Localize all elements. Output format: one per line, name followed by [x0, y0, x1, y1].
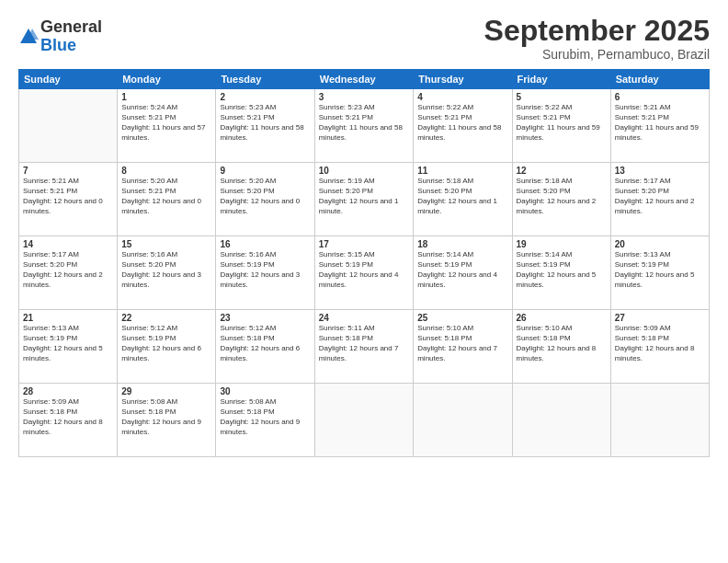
- day-info: Sunrise: 5:08 AMSunset: 5:18 PMDaylight:…: [220, 397, 310, 437]
- calendar-week-row: 21Sunrise: 5:13 AMSunset: 5:19 PMDayligh…: [19, 310, 710, 384]
- day-number: 3: [319, 92, 410, 102]
- table-row: [314, 384, 414, 457]
- page: General Blue September 2025 Surubim, Per…: [0, 0, 728, 563]
- calendar-week-row: 28Sunrise: 5:09 AMSunset: 5:18 PMDayligh…: [19, 384, 710, 457]
- day-number: 20: [615, 239, 705, 249]
- day-number: 10: [319, 166, 410, 176]
- day-number: 12: [517, 166, 607, 176]
- table-row: [19, 89, 118, 163]
- day-number: 24: [319, 313, 410, 323]
- day-info: Sunrise: 5:10 AMSunset: 5:18 PMDaylight:…: [417, 324, 507, 363]
- header: General Blue September 2025 Surubim, Per…: [18, 15, 710, 62]
- day-info: Sunrise: 5:21 AMSunset: 5:21 PMDaylight:…: [23, 177, 113, 216]
- table-row: 3Sunrise: 5:23 AMSunset: 5:21 PMDaylight…: [314, 89, 414, 163]
- day-number: 1: [121, 92, 211, 102]
- col-monday: Monday: [118, 70, 216, 89]
- logo: General Blue: [18, 18, 102, 55]
- day-number: 2: [220, 92, 310, 102]
- table-row: 10Sunrise: 5:19 AMSunset: 5:20 PMDayligh…: [314, 163, 414, 236]
- calendar-header-row: Sunday Monday Tuesday Wednesday Thursday…: [19, 70, 710, 89]
- table-row: 16Sunrise: 5:16 AMSunset: 5:19 PMDayligh…: [216, 236, 314, 310]
- logo-general-text: General: [40, 17, 102, 36]
- table-row: 1Sunrise: 5:24 AMSunset: 5:21 PMDaylight…: [118, 89, 216, 163]
- table-row: 24Sunrise: 5:11 AMSunset: 5:18 PMDayligh…: [314, 310, 414, 384]
- table-row: 14Sunrise: 5:17 AMSunset: 5:20 PMDayligh…: [19, 236, 118, 310]
- table-row: 7Sunrise: 5:21 AMSunset: 5:21 PMDaylight…: [19, 163, 118, 236]
- table-row: 25Sunrise: 5:10 AMSunset: 5:18 PMDayligh…: [414, 310, 512, 384]
- day-number: 17: [319, 239, 410, 249]
- table-row: 30Sunrise: 5:08 AMSunset: 5:18 PMDayligh…: [216, 384, 314, 457]
- day-info: Sunrise: 5:09 AMSunset: 5:18 PMDaylight:…: [615, 324, 705, 363]
- day-number: 13: [615, 166, 705, 176]
- table-row: 28Sunrise: 5:09 AMSunset: 5:18 PMDayligh…: [19, 384, 118, 457]
- day-number: 30: [220, 386, 310, 396]
- calendar-week-row: 7Sunrise: 5:21 AMSunset: 5:21 PMDaylight…: [19, 163, 710, 236]
- day-number: 11: [417, 166, 507, 176]
- month-title: September 2025: [484, 15, 710, 47]
- day-info: Sunrise: 5:17 AMSunset: 5:20 PMDaylight:…: [615, 177, 705, 216]
- day-info: Sunrise: 5:08 AMSunset: 5:18 PMDaylight:…: [121, 397, 211, 437]
- location: Surubim, Pernambuco, Brazil: [484, 47, 710, 62]
- day-info: Sunrise: 5:13 AMSunset: 5:19 PMDaylight:…: [615, 250, 705, 290]
- day-number: 14: [23, 239, 113, 249]
- day-info: Sunrise: 5:16 AMSunset: 5:19 PMDaylight:…: [220, 250, 310, 290]
- table-row: 19Sunrise: 5:14 AMSunset: 5:19 PMDayligh…: [512, 236, 610, 310]
- day-info: Sunrise: 5:17 AMSunset: 5:20 PMDaylight:…: [23, 250, 113, 290]
- table-row: 6Sunrise: 5:21 AMSunset: 5:21 PMDaylight…: [610, 89, 709, 163]
- day-number: 28: [23, 386, 113, 396]
- day-number: 7: [23, 166, 113, 176]
- day-info: Sunrise: 5:18 AMSunset: 5:20 PMDaylight:…: [517, 177, 607, 216]
- table-row: 21Sunrise: 5:13 AMSunset: 5:19 PMDayligh…: [19, 310, 118, 384]
- day-info: Sunrise: 5:10 AMSunset: 5:18 PMDaylight:…: [517, 324, 607, 363]
- day-number: 29: [121, 386, 211, 396]
- day-info: Sunrise: 5:22 AMSunset: 5:21 PMDaylight:…: [517, 103, 607, 143]
- day-info: Sunrise: 5:21 AMSunset: 5:21 PMDaylight:…: [615, 103, 705, 143]
- table-row: 5Sunrise: 5:22 AMSunset: 5:21 PMDaylight…: [512, 89, 610, 163]
- day-number: 15: [121, 239, 211, 249]
- table-row: 11Sunrise: 5:18 AMSunset: 5:20 PMDayligh…: [414, 163, 512, 236]
- calendar-week-row: 1Sunrise: 5:24 AMSunset: 5:21 PMDaylight…: [19, 89, 710, 163]
- logo-icon: [18, 27, 39, 47]
- table-row: 13Sunrise: 5:17 AMSunset: 5:20 PMDayligh…: [610, 163, 709, 236]
- table-row: [512, 384, 610, 457]
- day-number: 4: [417, 92, 507, 102]
- day-info: Sunrise: 5:24 AMSunset: 5:21 PMDaylight:…: [121, 103, 211, 143]
- day-number: 6: [615, 92, 705, 102]
- table-row: 17Sunrise: 5:15 AMSunset: 5:19 PMDayligh…: [314, 236, 414, 310]
- day-number: 27: [615, 313, 705, 323]
- day-info: Sunrise: 5:16 AMSunset: 5:20 PMDaylight:…: [121, 250, 211, 290]
- logo-blue-text: Blue: [40, 36, 76, 54]
- day-number: 21: [23, 313, 113, 323]
- day-info: Sunrise: 5:12 AMSunset: 5:19 PMDaylight:…: [121, 324, 211, 363]
- day-number: 25: [417, 313, 507, 323]
- table-row: 26Sunrise: 5:10 AMSunset: 5:18 PMDayligh…: [512, 310, 610, 384]
- table-row: 22Sunrise: 5:12 AMSunset: 5:19 PMDayligh…: [118, 310, 216, 384]
- calendar-week-row: 14Sunrise: 5:17 AMSunset: 5:20 PMDayligh…: [19, 236, 710, 310]
- day-number: 23: [220, 313, 310, 323]
- day-info: Sunrise: 5:14 AMSunset: 5:19 PMDaylight:…: [517, 250, 607, 290]
- day-info: Sunrise: 5:15 AMSunset: 5:19 PMDaylight:…: [319, 250, 410, 290]
- day-number: 5: [517, 92, 607, 102]
- day-info: Sunrise: 5:22 AMSunset: 5:21 PMDaylight:…: [417, 103, 507, 143]
- col-saturday: Saturday: [610, 70, 709, 89]
- title-block: September 2025 Surubim, Pernambuco, Braz…: [484, 15, 710, 62]
- table-row: 8Sunrise: 5:20 AMSunset: 5:21 PMDaylight…: [118, 163, 216, 236]
- day-info: Sunrise: 5:18 AMSunset: 5:20 PMDaylight:…: [417, 177, 507, 216]
- col-thursday: Thursday: [414, 70, 512, 89]
- day-info: Sunrise: 5:11 AMSunset: 5:18 PMDaylight:…: [319, 324, 410, 363]
- day-number: 26: [517, 313, 607, 323]
- table-row: [610, 384, 709, 457]
- table-row: 20Sunrise: 5:13 AMSunset: 5:19 PMDayligh…: [610, 236, 709, 310]
- calendar-table: Sunday Monday Tuesday Wednesday Thursday…: [18, 69, 710, 457]
- table-row: 18Sunrise: 5:14 AMSunset: 5:19 PMDayligh…: [414, 236, 512, 310]
- table-row: 15Sunrise: 5:16 AMSunset: 5:20 PMDayligh…: [118, 236, 216, 310]
- col-friday: Friday: [512, 70, 610, 89]
- table-row: 29Sunrise: 5:08 AMSunset: 5:18 PMDayligh…: [118, 384, 216, 457]
- table-row: 4Sunrise: 5:22 AMSunset: 5:21 PMDaylight…: [414, 89, 512, 163]
- day-info: Sunrise: 5:13 AMSunset: 5:19 PMDaylight:…: [23, 324, 113, 363]
- day-number: 8: [121, 166, 211, 176]
- day-number: 22: [121, 313, 211, 323]
- col-sunday: Sunday: [19, 70, 118, 89]
- day-info: Sunrise: 5:23 AMSunset: 5:21 PMDaylight:…: [319, 103, 410, 143]
- day-number: 19: [517, 239, 607, 249]
